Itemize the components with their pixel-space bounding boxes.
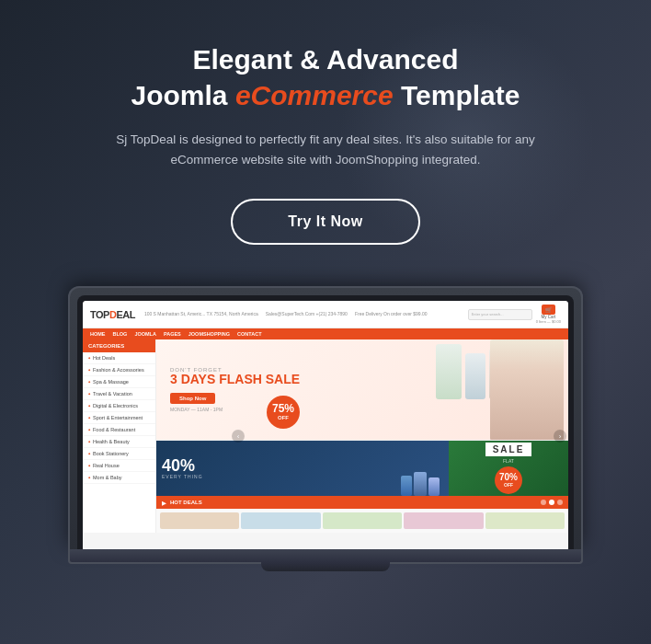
product-image-1 [436,344,462,399]
hero-title-line1: Elegant & Advanced [193,44,459,75]
sidebar-item-sport[interactable]: Sport & Entertainment [83,412,155,424]
product-image-2 [465,353,485,399]
hero-title: Elegant & Advanced Joomla eCommerce Temp… [0,41,651,113]
sidebar-item-real[interactable]: Real House [83,460,155,472]
sale-badge: SALE [485,443,532,456]
sidebar-item-book[interactable]: Book Stationery [83,448,155,460]
sidebar-item-fashion[interactable]: Fashion & Accessories [83,364,155,376]
sidebar-item-spa[interactable]: Spa & Massage [83,376,155,388]
product-thumb-5[interactable] [485,512,565,529]
sale-70-percent: 70% [499,473,518,482]
sidebar-item-hot-deals[interactable]: Hot Deals [83,352,155,364]
hero-title-suffix: Template [394,80,520,110]
sale-70-badge: 70% OFF [495,466,522,494]
promo-40-banner: 40% EVERY THING [156,441,449,496]
hot-deals-nav [541,500,563,505]
hot-deals-arrow-icon: ▶ [162,500,166,506]
site-nav: HOME BLOG JOOMLA PAGES JOOMSHOPPING CONT… [83,328,568,339]
nav-dot-2[interactable] [549,500,554,505]
phone-image-1 [401,476,412,496]
nav-dot-1[interactable] [541,500,546,505]
sidebar-item-mom[interactable]: Mom & Baby [83,472,155,484]
nav-joomshopping[interactable]: JOOMSHOPPING [188,331,230,337]
site-search-area[interactable]: Enter your search... 🛒 My Cart 0 Item — … [468,305,561,324]
nav-home[interactable]: HOME [90,331,106,337]
phone-image-2 [414,472,427,496]
sidebar-item-digital[interactable]: Digital & Electronics [83,400,155,412]
laptop-base [68,549,583,564]
sidebar-item-food[interactable]: Food & Restaurant [83,424,155,436]
laptop-screen: TOPDEAL 100 S Manhattan St, Americ... TX… [83,301,568,549]
product-thumb-4[interactable] [404,512,483,529]
laptop-mockup: TOPDEAL 100 S Manhattan St, Americ... TX… [0,286,651,564]
flash-banner-text: DON'T FORGET 3 DAYS FLASH SALE Shop Now … [156,358,314,420]
site-address: 100 S Manhattan St, Americ... TX 75154, … [144,311,258,317]
hero-title-prefix: Joomla [131,80,235,110]
hot-deals-bar: ▶ Hot Deals [156,496,568,509]
hero-title-line2: Joomla eCommerce Template [131,80,520,110]
hot-deals-label: Hot Deals [170,500,202,505]
sale-70-off: OFF [504,482,513,488]
search-placeholder: Enter your search... [472,312,504,316]
site-sidebar: CATEGORIES Hot Deals Fashion & Accessori… [83,339,156,533]
cart-area[interactable]: 🛒 My Cart 0 Item — $0.00 [536,305,561,324]
hero-subtitle: Sj TopDeal is designed to perfectly fit … [105,130,546,169]
sidebar-item-health[interactable]: Health & Beauty [83,436,155,448]
cart-value: 0 Item — $0.00 [536,319,561,324]
site-main: CATEGORIES Hot Deals Fashion & Accessori… [83,339,568,533]
sidebar-item-travel[interactable]: Travel & Vacation [83,388,155,400]
product-thumb-1[interactable] [160,512,239,529]
product-thumb-2[interactable] [241,512,320,529]
nav-joomla[interactable]: JOOMLA [134,331,156,337]
phone-image-3 [428,477,440,496]
promo-row: 40% EVERY THING [156,441,568,496]
try-it-now-button[interactable]: Try It Now [231,199,419,245]
product-thumbnails-row [156,509,568,533]
banner-model-image [490,339,564,441]
laptop-bezel: TOPDEAL 100 S Manhattan St, Americ... TX… [77,295,574,549]
promo-sale-banner: SALE FLAT 70% OFF [449,441,568,496]
flash-schedule: MONDAY — 11AM - 1PM [170,407,300,412]
promo-40-percent: 40% [162,457,203,474]
nav-contact[interactable]: CONTACT [237,331,261,337]
site-content: ‹ › DON'T FORGET 3 DAYS FLASH SALE Shop … [156,339,568,533]
nav-pages[interactable]: PAGES [164,331,181,337]
sale-flat-label: FLAT [503,458,514,464]
hero-title-highlight: eCommerce [235,80,394,110]
site-header-info: 100 S Manhattan St, Americ... TX 75154, … [144,311,428,317]
flash-sale-banner: DON'T FORGET 3 DAYS FLASH SALE Shop Now … [156,339,568,441]
product-thumb-3[interactable] [323,512,402,529]
flash-title: 3 DAYS FLASH SALE [170,373,300,386]
laptop-body: TOPDEAL 100 S Manhattan St, Americ... TX… [68,286,583,564]
hero-section: Elegant & Advanced Joomla eCommerce Temp… [0,0,651,282]
nav-blog[interactable]: BLOG [113,331,128,337]
nav-dot-3[interactable] [557,500,563,505]
banner-arrow-left[interactable]: ‹ [232,430,245,443]
site-header: TOPDEAL 100 S Manhattan St, Americ... TX… [83,301,568,328]
search-box[interactable]: Enter your search... [468,309,532,320]
promo-40-label: EVERY THING [162,474,203,479]
sidebar-header: CATEGORIES [83,339,155,352]
site-logo: TOPDEAL [90,309,135,320]
cart-icon[interactable]: 🛒 [542,305,555,315]
site-email: Sales@SuperTech.Com +(21) 234-7890 [266,311,348,317]
promo-phone-images [401,472,440,496]
shop-now-button[interactable]: Shop Now [170,393,215,404]
site-delivery: Free Delivery On order over $99.00 [355,311,428,317]
banner-arrow-right[interactable]: › [554,430,566,443]
promo-40-text: 40% EVERY THING [162,457,203,479]
laptop-lid: TOPDEAL 100 S Manhattan St, Americ... TX… [68,286,583,549]
